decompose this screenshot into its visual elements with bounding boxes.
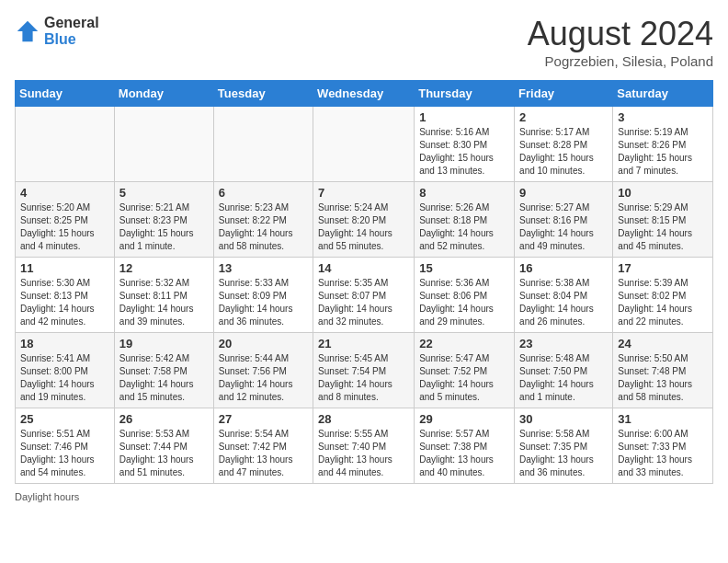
day-cell: 28Sunrise: 5:55 AM Sunset: 7:40 PM Dayli… [313,408,415,484]
day-cell: 27Sunrise: 5:54 AM Sunset: 7:42 PM Dayli… [213,408,313,484]
column-header-monday: Monday [114,81,213,107]
day-number: 4 [20,186,109,200]
day-number: 7 [318,186,409,200]
day-cell: 11Sunrise: 5:30 AM Sunset: 8:13 PM Dayli… [16,258,115,333]
day-cell: 8Sunrise: 5:26 AM Sunset: 8:18 PM Daylig… [415,182,515,258]
day-cell: 3Sunrise: 5:19 AM Sunset: 8:26 PM Daylig… [613,107,713,182]
day-number: 26 [119,412,209,426]
day-cell: 31Sunrise: 6:00 AM Sunset: 7:33 PM Dayli… [613,408,713,484]
day-number: 1 [419,110,509,124]
column-header-wednesday: Wednesday [313,81,415,107]
day-info: Sunrise: 5:55 AM Sunset: 7:40 PM Dayligh… [318,428,409,479]
column-header-sunday: Sunday [16,81,115,107]
day-number: 29 [419,412,509,426]
logo-text: General Blue [44,15,99,47]
day-cell: 14Sunrise: 5:35 AM Sunset: 8:07 PM Dayli… [313,258,415,333]
day-cell: 15Sunrise: 5:36 AM Sunset: 8:06 PM Dayli… [415,258,515,333]
day-info: Sunrise: 5:57 AM Sunset: 7:38 PM Dayligh… [419,428,509,479]
page-header: General Blue August 2024 Pogrzebien, Sil… [15,15,713,69]
day-number: 18 [20,337,109,350]
week-row-4: 18Sunrise: 5:41 AM Sunset: 8:00 PM Dayli… [16,333,713,408]
day-info: Sunrise: 5:17 AM Sunset: 8:28 PM Dayligh… [519,126,608,178]
day-info: Sunrise: 5:29 AM Sunset: 8:15 PM Dayligh… [618,201,708,253]
day-number: 10 [618,186,708,200]
day-info: Sunrise: 5:33 AM Sunset: 8:09 PM Dayligh… [219,277,308,328]
day-number: 2 [519,110,608,124]
day-cell [313,107,415,182]
day-cell: 1Sunrise: 5:16 AM Sunset: 8:30 PM Daylig… [415,107,515,182]
location: Pogrzebien, Silesia, Poland [528,53,713,69]
logo-blue: Blue [44,31,99,48]
day-info: Sunrise: 5:48 AM Sunset: 7:50 PM Dayligh… [519,352,608,404]
logo-general: General [44,15,99,31]
day-info: Sunrise: 6:00 AM Sunset: 7:33 PM Dayligh… [618,428,708,479]
day-info: Sunrise: 5:32 AM Sunset: 8:11 PM Dayligh… [119,277,209,328]
day-info: Sunrise: 5:58 AM Sunset: 7:35 PM Dayligh… [519,428,608,479]
column-header-tuesday: Tuesday [213,81,313,107]
day-info: Sunrise: 5:39 AM Sunset: 8:02 PM Dayligh… [618,277,708,328]
day-info: Sunrise: 5:23 AM Sunset: 8:22 PM Dayligh… [219,201,308,253]
day-info: Sunrise: 5:51 AM Sunset: 7:46 PM Dayligh… [20,428,109,479]
day-info: Sunrise: 5:20 AM Sunset: 8:25 PM Dayligh… [20,201,109,253]
day-cell: 16Sunrise: 5:38 AM Sunset: 8:04 PM Dayli… [515,258,613,333]
logo-icon [15,18,40,44]
day-cell: 13Sunrise: 5:33 AM Sunset: 8:09 PM Dayli… [213,258,313,333]
day-cell: 2Sunrise: 5:17 AM Sunset: 8:28 PM Daylig… [515,107,613,182]
day-info: Sunrise: 5:16 AM Sunset: 8:30 PM Dayligh… [419,126,509,178]
day-number: 3 [618,110,708,124]
day-number: 30 [519,412,608,426]
day-info: Sunrise: 5:21 AM Sunset: 8:23 PM Dayligh… [119,201,209,253]
day-cell: 17Sunrise: 5:39 AM Sunset: 8:02 PM Dayli… [613,258,713,333]
day-number: 9 [519,186,608,200]
footer: Daylight hours [15,491,713,502]
title-block: August 2024 Pogrzebien, Silesia, Poland [528,15,713,69]
day-number: 14 [318,261,409,275]
day-number: 31 [618,412,708,426]
day-number: 13 [219,261,308,275]
day-info: Sunrise: 5:45 AM Sunset: 7:54 PM Dayligh… [318,352,409,404]
day-info: Sunrise: 5:30 AM Sunset: 8:13 PM Dayligh… [20,277,109,328]
day-cell [16,107,115,182]
calendar-header-row: SundayMondayTuesdayWednesdayThursdayFrid… [16,81,713,107]
day-info: Sunrise: 5:38 AM Sunset: 8:04 PM Dayligh… [519,277,608,328]
day-cell: 30Sunrise: 5:58 AM Sunset: 7:35 PM Dayli… [515,408,613,484]
column-header-saturday: Saturday [613,81,713,107]
day-cell: 12Sunrise: 5:32 AM Sunset: 8:11 PM Dayli… [114,258,213,333]
day-cell: 18Sunrise: 5:41 AM Sunset: 8:00 PM Dayli… [16,333,115,408]
day-number: 16 [519,261,608,275]
day-info: Sunrise: 5:41 AM Sunset: 8:00 PM Dayligh… [20,352,109,404]
day-info: Sunrise: 5:47 AM Sunset: 7:52 PM Dayligh… [419,352,509,404]
day-cell: 10Sunrise: 5:29 AM Sunset: 8:15 PM Dayli… [613,182,713,258]
day-cell: 9Sunrise: 5:27 AM Sunset: 8:16 PM Daylig… [515,182,613,258]
day-info: Sunrise: 5:27 AM Sunset: 8:16 PM Dayligh… [519,201,608,253]
day-number: 19 [119,337,209,350]
day-cell: 21Sunrise: 5:45 AM Sunset: 7:54 PM Dayli… [313,333,415,408]
day-cell: 5Sunrise: 5:21 AM Sunset: 8:23 PM Daylig… [114,182,213,258]
day-number: 15 [419,261,509,275]
day-info: Sunrise: 5:36 AM Sunset: 8:06 PM Dayligh… [419,277,509,328]
day-number: 17 [618,261,708,275]
day-cell: 6Sunrise: 5:23 AM Sunset: 8:22 PM Daylig… [213,182,313,258]
column-header-thursday: Thursday [415,81,515,107]
day-number: 21 [318,337,409,350]
day-number: 22 [419,337,509,350]
day-number: 23 [519,337,608,350]
svg-marker-0 [17,20,38,40]
day-cell: 7Sunrise: 5:24 AM Sunset: 8:20 PM Daylig… [313,182,415,258]
day-info: Sunrise: 5:50 AM Sunset: 7:48 PM Dayligh… [618,352,708,404]
week-row-1: 1Sunrise: 5:16 AM Sunset: 8:30 PM Daylig… [16,107,713,182]
column-header-friday: Friday [515,81,613,107]
calendar-table: SundayMondayTuesdayWednesdayThursdayFrid… [15,80,713,484]
day-cell: 29Sunrise: 5:57 AM Sunset: 7:38 PM Dayli… [415,408,515,484]
day-number: 28 [318,412,409,426]
day-number: 8 [419,186,509,200]
day-info: Sunrise: 5:24 AM Sunset: 8:20 PM Dayligh… [318,201,409,253]
day-number: 11 [20,261,109,275]
week-row-2: 4Sunrise: 5:20 AM Sunset: 8:25 PM Daylig… [16,182,713,258]
day-cell: 23Sunrise: 5:48 AM Sunset: 7:50 PM Dayli… [515,333,613,408]
day-cell [213,107,313,182]
day-cell [114,107,213,182]
week-row-3: 11Sunrise: 5:30 AM Sunset: 8:13 PM Dayli… [16,258,713,333]
day-cell: 19Sunrise: 5:42 AM Sunset: 7:58 PM Dayli… [114,333,213,408]
day-info: Sunrise: 5:35 AM Sunset: 8:07 PM Dayligh… [318,277,409,328]
